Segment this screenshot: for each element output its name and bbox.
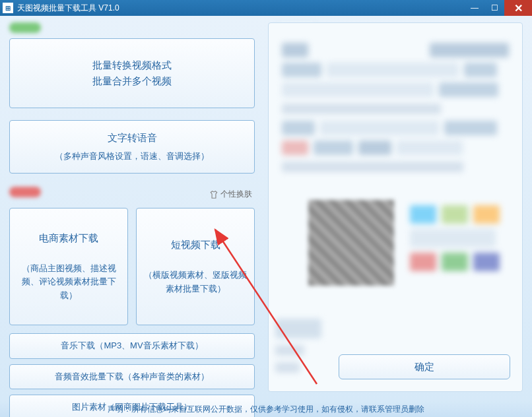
convert-video-button[interactable]: 批量转换视频格式 批量合并多个视频	[9, 38, 255, 108]
ecommerce-sub: （商品主图视频、描述视频、评论视频素材批量下载）	[17, 262, 121, 303]
badge-red	[9, 187, 41, 197]
qr-code	[308, 200, 394, 286]
badge-green	[9, 22, 41, 33]
skin-label: 个性换肤	[220, 189, 252, 200]
blurred-footer-content	[275, 313, 324, 379]
color-options	[410, 200, 509, 276]
tts-title: 文字转语音	[108, 132, 157, 143]
music-download-button[interactable]: 音乐下载（MP3、MV音乐素材下载）	[9, 333, 255, 359]
ecommerce-title: 电商素材下载	[39, 230, 98, 246]
left-panel: 批量转换视频格式 批量合并多个视频 文字转语音 （多种声音风格设置，语速、音调选…	[0, 16, 263, 401]
blurred-content	[275, 43, 515, 172]
ecommerce-download-button[interactable]: 电商素材下载 （商品主图视频、描述视频、评论视频素材批量下载）	[9, 208, 128, 325]
sfx-download-button[interactable]: 音频音效批量下载（各种声音类的素材）	[9, 364, 255, 390]
minimize-button[interactable]: —	[465, 0, 484, 16]
music-label: 音乐下载（MP3、MV音乐素材下载）	[61, 340, 203, 350]
confirm-button[interactable]: 确定	[339, 354, 510, 379]
tts-sub: （多种声音风格设置，语速、音调选择）	[17, 150, 248, 164]
sfx-label: 音频音效批量下载（各种声音类的素材）	[55, 371, 209, 381]
convert-line1: 批量转换视频格式	[92, 59, 172, 71]
app-icon: ⊞	[3, 3, 13, 13]
close-button[interactable]: ✕	[504, 0, 532, 16]
titlebar: ⊞ 天图视频批量下载工具 V71.0 — ☐ ✕	[0, 0, 532, 16]
shortvideo-title: 短视频下载	[171, 237, 220, 253]
shortvideo-download-button[interactable]: 短视频下载 （横版视频素材、竖版视频素材批量下载）	[136, 208, 255, 325]
shirt-icon	[209, 190, 218, 199]
tts-button[interactable]: 文字转语音 （多种声音风格设置，语速、音调选择）	[9, 120, 255, 174]
shortvideo-sub: （横版视频素材、竖版视频素材批量下载）	[143, 269, 248, 296]
maximize-button[interactable]: ☐	[484, 0, 504, 16]
right-content: 确定	[268, 22, 523, 392]
confirm-label: 确定	[415, 361, 434, 373]
right-panel: 确定	[263, 16, 532, 401]
disclaimer-text: 声明：所有信息均来自互联网公开数据，仅供参考学习使用，如有侵权，请联系管理员删除	[108, 404, 424, 415]
window-title: 天图视频批量下载工具 V71.0	[17, 3, 119, 14]
skin-link[interactable]: 个性换肤	[207, 187, 255, 201]
convert-line2: 批量合并多个视频	[92, 75, 172, 86]
